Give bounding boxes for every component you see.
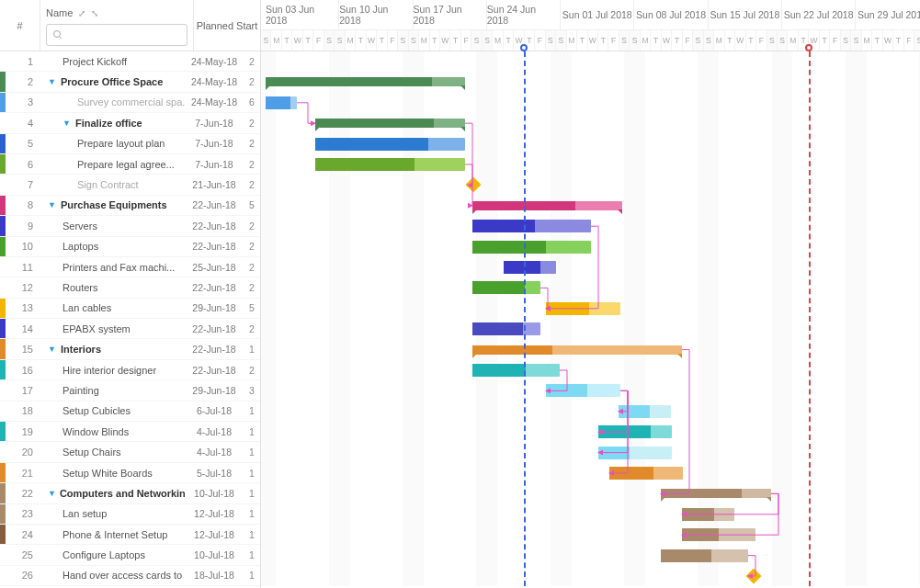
- task-bar[interactable]: [546, 384, 620, 397]
- milestone-icon[interactable]: [746, 569, 762, 584]
- week-header[interactable]: Sun 08 Jul 2018: [634, 0, 708, 29]
- summary-bar[interactable]: [661, 489, 771, 498]
- day-header: M: [714, 30, 724, 51]
- task-bar[interactable]: [472, 364, 560, 377]
- week-header[interactable]: Sun 15 Jul 2018: [709, 0, 782, 29]
- task-duration: 6: [244, 96, 260, 107]
- day-header: F: [461, 30, 471, 51]
- task-bar[interactable]: [266, 96, 297, 109]
- task-row[interactable]: 9Servers22-Jun-182: [0, 216, 260, 236]
- task-row[interactable]: 13Lan cables29-Jun-185: [0, 299, 260, 319]
- task-bar[interactable]: [315, 138, 465, 151]
- caret-down-icon[interactable]: ▼: [48, 77, 57, 86]
- col-header-name[interactable]: Name ⤢ ⤡: [40, 0, 194, 51]
- task-bar[interactable]: [546, 302, 620, 315]
- row-number: 19: [6, 426, 40, 437]
- task-row[interactable]: 14EPABX system22-Jun-182: [0, 319, 260, 339]
- expand-icon[interactable]: ⤢: [78, 8, 85, 18]
- task-start-date: 24-May-18: [185, 96, 244, 107]
- task-bar[interactable]: [472, 322, 540, 335]
- task-duration: 2: [244, 76, 260, 87]
- week-header[interactable]: Sun 24 Jun 2018: [487, 0, 561, 29]
- task-bar[interactable]: [619, 405, 671, 418]
- task-row[interactable]: 3Survey commercial spa...24-May-186: [0, 93, 260, 113]
- task-bar[interactable]: [472, 220, 591, 232]
- day-header: M: [862, 30, 872, 51]
- task-row[interactable]: 18Setup Cubicles6-Jul-181: [0, 401, 260, 422]
- task-start-date: 4-Jul-18: [185, 447, 244, 458]
- task-row[interactable]: 7Sign Contract21-Jun-182: [0, 175, 260, 195]
- task-row[interactable]: 25Configure Laptops10-Jul-181: [0, 545, 260, 565]
- task-bar[interactable]: [661, 549, 748, 562]
- day-header: T: [282, 30, 292, 51]
- task-bar[interactable]: [472, 241, 591, 254]
- task-row[interactable]: 17Painting29-Jun-183: [0, 380, 260, 401]
- task-duration: 3: [244, 385, 260, 396]
- task-bar[interactable]: [472, 281, 540, 294]
- row-number: 12: [6, 282, 40, 293]
- task-bar[interactable]: [598, 447, 672, 459]
- day-header: W: [367, 30, 377, 51]
- caret-down-icon[interactable]: ▼: [48, 345, 57, 354]
- task-bar[interactable]: [682, 528, 755, 541]
- task-bar[interactable]: [609, 467, 683, 480]
- task-row[interactable]: 2▼Procure Office Space24-May-182: [0, 72, 260, 92]
- task-start-date: 22-Jun-18: [185, 220, 244, 232]
- summary-bar[interactable]: [472, 345, 682, 355]
- task-row[interactable]: 6Prepare legal agree...7-Jun-182: [0, 154, 260, 175]
- week-header[interactable]: Sun 03 Jun 2018: [266, 0, 339, 29]
- row-number: 11: [6, 262, 40, 273]
- day-header: S: [398, 30, 408, 51]
- day-header: M: [567, 30, 577, 51]
- task-row[interactable]: 21Setup White Boards5-Jul-181: [0, 463, 260, 483]
- task-row[interactable]: 26Hand over access cards to t...18-Jul-1…: [0, 566, 260, 586]
- timeline-header: Sun 03 Jun 2018Sun 10 Jun 2018Sun 17 Jun…: [261, 0, 920, 51]
- task-row[interactable]: 20Setup Chairs4-Jul-181: [0, 442, 260, 462]
- task-start-date: 24-May-18: [185, 56, 244, 67]
- task-start-date: 22-Jun-18: [185, 199, 244, 210]
- task-row[interactable]: 4▼Finalize office7-Jun-182: [0, 113, 260, 133]
- task-row[interactable]: 8▼Purchase Equipments22-Jun-185: [0, 196, 260, 216]
- task-row[interactable]: 22▼Computers and Networking10-Jul-181: [0, 483, 260, 503]
- task-row[interactable]: 10Laptops22-Jun-182: [0, 237, 260, 257]
- task-bar[interactable]: [598, 425, 672, 438]
- day-header: T: [303, 30, 313, 51]
- search-input[interactable]: [46, 24, 187, 46]
- task-start-date: 29-Jun-18: [185, 385, 244, 396]
- task-name: Prepare layout plan: [40, 138, 185, 149]
- week-header[interactable]: Sun 22 Jul 2018: [782, 0, 856, 29]
- task-row[interactable]: 24Phone & Internet Setup12-Jul-181: [0, 525, 260, 545]
- day-header: T: [430, 30, 440, 51]
- week-header[interactable]: Sun 10 Jun 2018: [339, 0, 413, 29]
- task-bar[interactable]: [682, 508, 734, 521]
- row-number: 7: [6, 179, 40, 190]
- task-row[interactable]: 5Prepare layout plan7-Jun-182: [0, 134, 260, 154]
- caret-down-icon[interactable]: ▼: [48, 200, 57, 209]
- day-header: F: [904, 30, 914, 51]
- task-row[interactable]: 23Lan setup12-Jul-181: [0, 504, 260, 525]
- day-header: S: [335, 30, 345, 51]
- row-number: 22: [6, 488, 40, 499]
- task-row[interactable]: 12Routers22-Jun-182: [0, 277, 260, 298]
- task-row[interactable]: 16Hire interior designer22-Jun-182: [0, 360, 260, 380]
- caret-down-icon[interactable]: ▼: [48, 489, 56, 498]
- summary-bar[interactable]: [266, 77, 465, 86]
- task-row[interactable]: 15▼Interiors22-Jun-181: [0, 339, 260, 359]
- task-bar[interactable]: [315, 158, 465, 171]
- week-header[interactable]: Sun 17 Jun 2018: [414, 0, 487, 29]
- summary-bar[interactable]: [472, 201, 622, 210]
- caret-down-icon[interactable]: ▼: [62, 119, 72, 128]
- task-bar[interactable]: [504, 261, 556, 274]
- task-row[interactable]: 1Project Kickoff24-May-182: [0, 51, 260, 72]
- summary-bar[interactable]: [315, 119, 465, 128]
- task-name: Setup White Boards: [40, 468, 185, 479]
- svg-point-0: [54, 31, 61, 38]
- task-row[interactable]: 11Printers and Fax machi...25-Jun-182: [0, 257, 260, 277]
- col-header-start[interactable]: Planned Start: [194, 0, 260, 51]
- collapse-icon[interactable]: ⤡: [91, 8, 98, 18]
- week-header[interactable]: Sun 29 Jul 2018: [856, 0, 920, 29]
- gantt-chart[interactable]: Sun 03 Jun 2018Sun 10 Jun 2018Sun 17 Jun…: [261, 0, 920, 588]
- col-header-index[interactable]: #: [0, 0, 40, 51]
- task-row[interactable]: 19Window Blinds4-Jul-181: [0, 422, 260, 442]
- week-header[interactable]: Sun 01 Jul 2018: [561, 0, 634, 29]
